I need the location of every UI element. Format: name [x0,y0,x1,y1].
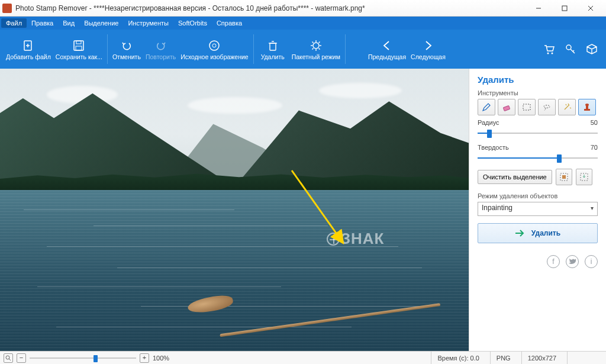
minimize-button[interactable] [526,0,552,17]
tools-label: Инструменты [478,89,598,96]
original-icon [208,39,221,52]
trash-icon [266,39,279,52]
add-file-button[interactable]: Добавить файл [4,30,53,69]
zoom-fit-button[interactable] [4,353,13,363]
titlebar: Photo Stamp Remover - ****Незарегистриро… [0,0,606,17]
tool-stamp[interactable] [578,99,596,115]
cart-button[interactable] [539,30,560,69]
hardness-slider[interactable] [478,153,598,163]
lasso-icon [542,102,552,112]
time-cell: Время (с): 0.0 [431,352,485,364]
arrow-left-icon [381,39,394,52]
svg-point-11 [212,44,216,47]
side-panel: Удалить Инструменты Радиус50 Твердость70… [469,69,606,351]
radius-slider[interactable] [478,128,598,138]
format-cell: PNG [490,352,517,364]
svg-point-10 [209,41,219,50]
zoom-out-button[interactable]: − [17,353,26,363]
tool-eraser[interactable] [498,99,515,115]
window-title: Photo Stamp Remover - ****Незарегистриро… [15,4,526,12]
package-icon [585,43,598,56]
svg-rect-1 [562,6,567,11]
twitter-icon [569,258,576,265]
save-selection-button[interactable] [556,169,572,185]
clear-selection-button[interactable]: Очистить выделение [478,170,552,184]
original-image-button[interactable]: Исходное изображение [178,30,251,69]
svg-line-37 [9,359,11,360]
svg-rect-9 [76,46,82,50]
hardness-label: Твердость [478,144,509,151]
tool-magic-wand[interactable] [558,99,576,115]
key-icon [564,43,577,56]
load-selection-icon [580,173,588,181]
gear-icon [310,39,323,52]
svg-rect-34 [562,175,566,179]
package-button[interactable] [581,30,602,69]
svg-point-25 [552,53,553,54]
tool-pencil[interactable] [478,99,495,115]
canvas[interactable]: ЗНАК [0,69,469,351]
mode-select[interactable]: Inpainting [478,202,598,216]
radius-label: Радиус [478,119,499,126]
svg-point-26 [566,45,571,50]
rect-select-icon [522,102,531,112]
save-as-button[interactable]: Сохранить как... [53,30,105,69]
svg-line-20 [312,41,313,43]
svg-line-21 [318,48,320,49]
hardness-value: 70 [591,144,598,151]
redo-button[interactable]: Повторить [143,30,178,69]
paddle-graphic [188,297,441,311]
zoom-in-button[interactable]: + [140,353,149,363]
svg-line-23 [312,48,313,49]
social-fb[interactable]: f [547,255,560,268]
menu-softorbits[interactable]: SoftOrbits [173,18,212,28]
menu-view[interactable]: Вид [58,18,79,28]
menu-file[interactable]: Файл [1,18,27,28]
dimensions-cell: 1200x727 [521,352,562,364]
cart-icon [543,43,556,56]
mode-label: Режим удаления объектов [478,192,598,199]
prev-button[interactable]: Предыдущая [366,30,408,69]
radius-value: 50 [591,119,598,126]
svg-line-22 [318,41,320,43]
redo-icon [154,39,167,52]
zoom-slider[interactable] [30,354,136,362]
social-tw[interactable] [566,255,579,268]
svg-rect-12 [270,43,276,50]
undo-icon [120,39,133,52]
key-button[interactable] [560,30,581,69]
svg-point-24 [547,53,549,54]
svg-point-15 [313,43,319,49]
statusbar: − + 100% Время (с): 0.0 PNG 1200x727 [0,351,606,364]
svg-rect-28 [503,105,510,111]
tool-rect-select[interactable] [518,99,536,115]
menubar: Файл Правка Вид Выделение Инструменты So… [0,17,606,30]
menu-selection[interactable]: Выделение [79,18,123,28]
maximize-button[interactable] [552,0,578,17]
magic-wand-icon [562,102,572,112]
run-arrow-icon [515,229,526,237]
close-button[interactable] [578,0,604,17]
load-selection-button[interactable] [576,169,592,185]
svg-rect-7 [74,41,83,50]
svg-point-32 [585,104,589,106]
eraser-icon [502,102,511,112]
save-selection-icon [560,173,568,181]
next-button[interactable]: Следующая [408,30,448,69]
social-info[interactable]: i [585,255,598,268]
remove-button[interactable]: Удалить [256,30,289,69]
tool-lasso[interactable] [538,99,556,115]
zoom-value: 100% [153,355,169,362]
panel-title: Удалить [478,75,598,85]
undo-button[interactable]: Отменить [110,30,143,69]
watermark-overlay: ЗНАК [327,230,385,248]
menu-tools[interactable]: Инструменты [123,18,173,28]
menu-edit[interactable]: Правка [27,18,58,28]
run-button[interactable]: Удалить [478,223,598,243]
pencil-icon [482,102,491,112]
batch-mode-button[interactable]: Пакетный режим [289,30,343,69]
app-icon [2,4,12,13]
menu-help[interactable]: Справка [212,18,247,28]
toolbar: Добавить файл Сохранить как... Отменить … [0,30,606,69]
arrow-right-icon [421,39,434,52]
